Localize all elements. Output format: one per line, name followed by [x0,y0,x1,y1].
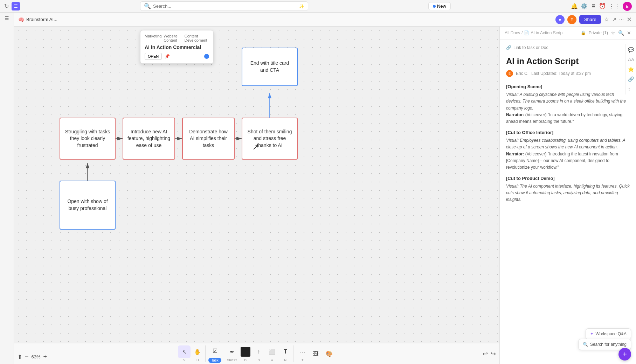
search-qa-label: Search for anything [590,342,627,347]
tool-arrow: ↑ D [253,345,265,362]
tool-group-draw: ✒ Shift+T D ↑ D ⬜ A T N [224,345,293,362]
zoom-minus-button[interactable]: − [25,353,29,360]
tool-group-more: ⋯ T 🖼 🎨 [295,345,337,362]
more-shapes-button[interactable]: ⋯ [296,345,309,358]
breadcrumb-doc[interactable]: AI in Action Script [531,30,564,35]
zoom-plus-button[interactable]: + [43,353,47,360]
sidebar-nav-icon[interactable]: ☰ [5,15,9,21]
task-tool-button[interactable]: ☑ [209,344,221,357]
node-struggling-text: Struggling with tasks they look clearly … [64,128,111,149]
close-icon[interactable]: ✕ [627,16,632,23]
panel-icon-5[interactable]: ↕ [628,86,634,92]
node-end-title-text: End with title card and CTA [246,60,293,74]
select-tool-button[interactable]: ↖ [178,345,191,358]
collab-indicator: ● [555,15,565,24]
tag-marketing: Marketing [145,34,161,42]
shape-tool-button[interactable] [239,345,252,358]
reload-icon[interactable]: ↻ [4,3,9,9]
popup-pin-icon[interactable]: 📌 [165,54,170,59]
node-introduce-text: Introduce new AI feature, highlighting e… [127,128,171,149]
node-end-title[interactable]: End with title card and CTA [242,48,298,86]
canvas-area[interactable]: Marketing Website Content Content Develo… [14,27,499,343]
app-icon: ☰ [12,2,20,10]
tool-group-task: ☑ Task [207,344,223,363]
hand-tool-label: H [196,358,199,362]
user-avatar[interactable]: E [623,2,632,11]
clock-icon[interactable]: ⏰ [599,3,606,9]
undo-redo-controls: ↩ ↪ [483,350,496,358]
tool-shape: D [239,345,252,362]
frame-tool-button[interactable]: ⬜ [266,345,278,358]
export-icon[interactable]: ↗ [612,16,616,23]
panel-icon-2[interactable]: Aa [628,57,634,62]
search-bar[interactable]: 🔍 ✨ [140,1,308,11]
node-shot[interactable]: Shot of them smiling and stress free tha… [242,118,298,160]
undo-button[interactable]: ↩ [483,350,488,358]
popup-title: AI in Action Commercial [145,44,209,50]
pen-tool-label: Shift+T [227,358,237,362]
share-button[interactable]: Share [579,15,601,24]
screen-icon[interactable]: 🖥 [590,3,596,9]
panel-close-icon[interactable]: ✕ [627,30,631,36]
popup-open-button[interactable]: OPEN [145,53,162,60]
ai-search-icon[interactable]: ✨ [299,4,304,9]
document-popup: Marketing Website Content Content Develo… [140,30,214,64]
workspace-qa-panel[interactable]: ✦ Workspace Q&A [586,328,631,340]
tool-task: ☑ Task [208,344,221,363]
panel-search-icon[interactable]: 🔍 [618,30,624,36]
new-button[interactable]: New [428,2,451,10]
shape-tool-label: D [244,358,247,362]
new-dot [433,5,436,8]
panel-icon-4[interactable]: 🔗 [628,76,634,82]
hand-tool-button[interactable]: ✋ [191,345,204,358]
frame-tool-label: A [271,358,273,362]
tool-image: 🖼 [310,348,322,360]
tool-group-select: ↖ V ✋ H [177,345,206,362]
appbar-right: ● E Share ☆ ↗ ··· ✕ [558,15,632,24]
arrow-tool-button[interactable]: ↑ [253,345,265,358]
breadcrumb-icon: 📄 [524,30,529,35]
tool-text: T N [279,345,292,362]
image-tool-button[interactable]: 🖼 [310,348,322,360]
more-icon[interactable]: ··· [619,16,624,23]
doc-author: Eric C. [516,71,528,76]
user-avatar-appbar[interactable]: E [567,15,576,24]
fab-plus-button[interactable]: + [618,348,631,360]
star-icon[interactable]: ☆ [604,16,609,23]
shape-square [241,347,250,357]
notifications-icon[interactable]: 🔔 [571,3,578,9]
palette-tool-button[interactable]: 🎨 [323,348,336,360]
search-input[interactable] [153,4,297,9]
doc-meta: E Eric C. Last Updated: Today at 3:37 pm [506,70,630,77]
node-struggling[interactable]: Struggling with tasks they look clearly … [60,118,116,160]
doc-updated: Last Updated: Today at 3:37 pm [531,71,591,76]
text-tool-button[interactable]: T [279,345,292,358]
settings-icon[interactable]: ⚙️ [581,3,588,9]
panel-star-icon[interactable]: ☆ [611,30,615,36]
grid-icon[interactable]: ⋮⋮ [609,3,620,9]
zoom-out-icon[interactable]: ⬆ [18,354,22,360]
panel-link-row[interactable]: 🔗 Link to task or Doc [506,45,630,50]
more-tool-label: T [302,358,304,362]
bottom-toolbar: ↖ V ✋ H ☑ Task ✒ Shift+T D ↑ D [14,343,499,364]
panel-icon-1[interactable]: 💬 [628,47,634,52]
zoom-level-text: 63% [32,354,41,359]
node-demonstrate[interactable]: Demonstrate how AI simplifies their task… [182,118,235,160]
narrator-label-1: Narrator: [506,152,524,156]
redo-button[interactable]: ↪ [491,350,496,358]
panel-icon-3[interactable]: ⭐ [628,66,634,72]
section-demo: [Cut to Product Demo] Visual: The AI com… [506,176,630,203]
search-icon: 🔍 [144,3,151,9]
breadcrumb-alldocs[interactable]: All Docs [505,30,520,35]
node-open-with[interactable]: Open with show of busy professional [60,181,116,230]
doc-title: AI in Action Script [506,56,630,66]
breadcrumb-separator: / [521,30,523,35]
link-icon: 🔗 [506,45,511,50]
pen-tool-button[interactable]: ✒ [226,345,238,358]
flowchart: Open with show of busy professional Stru… [42,83,305,258]
right-panel: All Docs / 📄 AI in Action Script 🔒 Priva… [499,27,636,364]
node-introduce[interactable]: Introduce new AI feature, highlighting e… [123,118,175,160]
tag-content: Content Development [185,34,209,42]
search-qa-icon: 🔍 [583,342,588,347]
node-demonstrate-text: Demonstrate how AI simplifies their task… [186,128,230,149]
